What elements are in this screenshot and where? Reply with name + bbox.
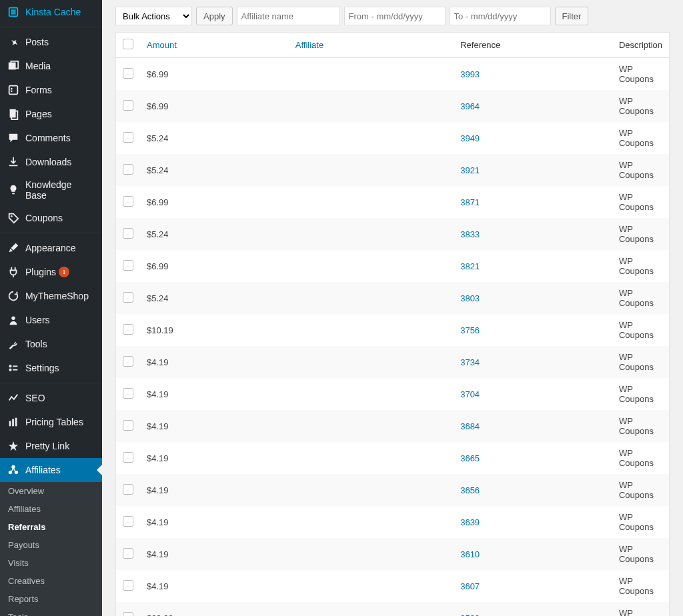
reference-link[interactable]: 3821 (460, 261, 480, 271)
submenu-item-visits[interactable]: Visits (0, 554, 102, 572)
sidebar-item-kinsta-cache[interactable]: Kinsta Cache (0, 0, 102, 24)
cell-affiliate (289, 314, 454, 346)
cell-description: WP Coupons (612, 90, 669, 122)
sidebar-item-mythemeshop[interactable]: MyThemeShop (0, 284, 102, 308)
reference-link[interactable]: 3607 (460, 581, 480, 591)
to-date-input[interactable] (450, 7, 551, 25)
cell-description: WP Coupons (612, 154, 669, 186)
cell-affiliate (289, 570, 454, 602)
reference-link[interactable]: 3871 (460, 197, 480, 207)
cell-description: WP Coupons (612, 570, 669, 602)
cell-affiliate (289, 58, 454, 90)
row-checkbox[interactable] (123, 196, 133, 207)
affiliates-icon (7, 463, 20, 477)
sidebar-item-settings[interactable]: Settings (0, 356, 102, 380)
sidebar-item-plugins[interactable]: Plugins1 (0, 260, 102, 284)
table-row: $5.243949WP Coupons (116, 122, 669, 154)
reference-link[interactable]: 3704 (460, 389, 480, 399)
submenu-item-overview[interactable]: Overview (0, 482, 102, 500)
row-checkbox[interactable] (123, 324, 133, 335)
svg-point-11 (11, 215, 13, 217)
reference-link[interactable]: 3949 (460, 133, 480, 143)
sidebar-item-downloads[interactable]: Downloads (0, 150, 102, 174)
sidebar-item-comments[interactable]: Comments (0, 126, 102, 150)
sidebar-item-appearance[interactable]: Appearance (0, 236, 102, 260)
kinsta-icon (7, 5, 20, 19)
reference-link[interactable]: 3610 (460, 549, 480, 559)
affiliate-name-input[interactable] (237, 7, 340, 25)
submenu-item-payouts[interactable]: Payouts (0, 536, 102, 554)
row-checkbox[interactable] (123, 132, 133, 143)
row-checkbox[interactable] (123, 164, 133, 175)
select-all-checkbox[interactable] (123, 39, 133, 49)
sidebar-item-pricing-tables[interactable]: Pricing Tables (0, 410, 102, 434)
row-checkbox[interactable] (123, 452, 133, 463)
submenu-item-tools[interactable]: Tools (0, 608, 102, 616)
submenu-item-referrals[interactable]: Referrals (0, 518, 102, 536)
sidebar-item-coupons[interactable]: Coupons (0, 206, 102, 230)
row-checkbox[interactable] (123, 516, 133, 527)
sidebar-item-users[interactable]: Users (0, 308, 102, 332)
reference-link[interactable]: 3993 (460, 69, 480, 79)
reference-link[interactable]: 3734 (460, 357, 480, 367)
cell-description: WP Coupons (612, 378, 669, 410)
reference-link[interactable]: 3833 (460, 229, 480, 239)
apply-button[interactable]: Apply (196, 7, 233, 25)
reference-link[interactable]: 3921 (460, 165, 480, 175)
cell-affiliate (289, 506, 454, 538)
reference-link[interactable]: 3639 (460, 517, 480, 527)
row-checkbox[interactable] (123, 260, 133, 271)
table-row: $4.193610WP Coupons (116, 538, 669, 570)
sidebar-item-posts[interactable]: Posts (0, 30, 102, 54)
pages-icon (7, 107, 20, 121)
filter-button[interactable]: Filter (555, 7, 589, 25)
submenu-item-affiliates[interactable]: Affiliates (0, 500, 102, 518)
sidebar-item-affiliates[interactable]: Affiliates (0, 458, 102, 482)
col-affiliate[interactable]: Affiliate (289, 33, 454, 58)
sidebar-item-seo[interactable]: SEO (0, 386, 102, 410)
row-checkbox[interactable] (123, 484, 133, 495)
bulb-icon (7, 183, 20, 197)
sidebar-item-knowledge-base[interactable]: Knowledge Base (0, 174, 102, 206)
sidebar-item-pretty-link[interactable]: Pretty Link (0, 434, 102, 458)
sidebar-item-pages[interactable]: Pages (0, 102, 102, 126)
row-checkbox[interactable] (123, 420, 133, 431)
row-checkbox[interactable] (123, 548, 133, 559)
cell-amount: $5.24 (140, 218, 289, 250)
reference-link[interactable]: 3756 (460, 325, 480, 335)
row-checkbox[interactable] (123, 68, 133, 79)
submenu-item-reports[interactable]: Reports (0, 590, 102, 608)
svg-rect-6 (9, 86, 18, 95)
cell-affiliate (289, 378, 454, 410)
comments-icon (7, 131, 20, 145)
reference-link[interactable]: 3684 (460, 421, 480, 431)
cell-description: WP Coupons (612, 442, 669, 474)
sidebar-item-label: Posts (25, 37, 49, 47)
col-amount[interactable]: Amount (140, 33, 289, 58)
row-checkbox[interactable] (123, 580, 133, 591)
row-checkbox[interactable] (123, 228, 133, 239)
row-checkbox[interactable] (123, 356, 133, 367)
reference-link[interactable]: 3656 (460, 485, 480, 495)
sidebar-item-tools[interactable]: Tools (0, 332, 102, 356)
row-checkbox[interactable] (123, 388, 133, 399)
sidebar-item-label: Comments (25, 133, 71, 143)
sidebar-item-forms[interactable]: Forms (0, 78, 102, 102)
reference-link[interactable]: 3590 (460, 613, 480, 617)
submenu-item-creatives[interactable]: Creatives (0, 572, 102, 590)
sidebar-item-media[interactable]: Media (0, 54, 102, 78)
table-row: $4.193684WP Coupons (116, 410, 669, 442)
cell-description: WP Coupons (612, 506, 669, 538)
reference-link[interactable]: 3803 (460, 293, 480, 303)
bulk-actions-select[interactable]: Bulk Actions (115, 7, 192, 25)
cell-description: WP Coupons (612, 250, 669, 282)
from-date-input[interactable] (344, 7, 446, 25)
row-checkbox[interactable] (123, 292, 133, 303)
pricing-icon (7, 415, 20, 429)
table-row: $4.193607WP Coupons (116, 570, 669, 602)
row-checkbox[interactable] (123, 100, 133, 111)
reference-link[interactable]: 3665 (460, 453, 480, 463)
reference-link[interactable]: 3964 (460, 101, 480, 111)
row-checkbox[interactable] (123, 612, 133, 617)
cell-affiliate (289, 282, 454, 314)
